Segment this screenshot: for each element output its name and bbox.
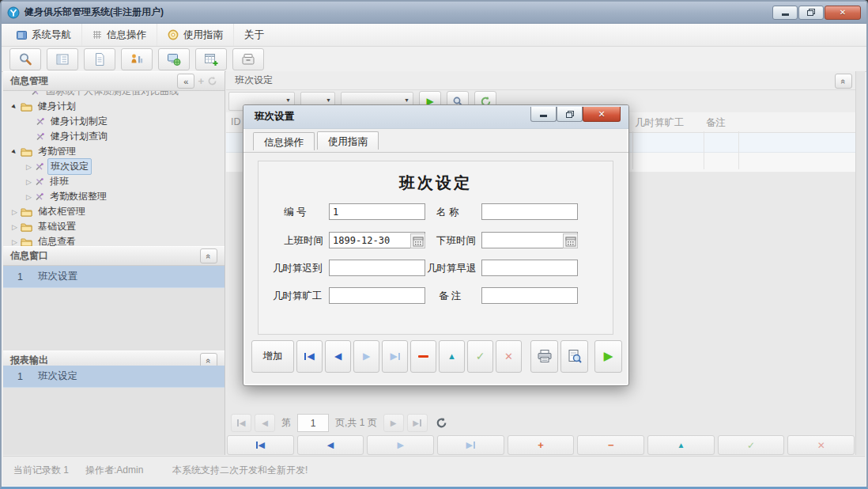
record-delete-button[interactable]: −	[577, 435, 644, 455]
tool-icon	[31, 91, 40, 97]
info-mgmt-panel-header: 信息管理 « +	[3, 71, 225, 91]
start-time-calendar-button[interactable]	[410, 233, 425, 248]
chevron-down-icon: ▼	[326, 97, 331, 103]
last-button[interactable]: ▶	[382, 340, 408, 373]
tree-folder-basic-settings[interactable]: ▷ 基础设置	[3, 219, 225, 234]
report-item[interactable]: 1 班次设定	[3, 366, 225, 388]
add-icon: +	[198, 75, 204, 87]
archive-icon	[241, 52, 255, 66]
record-prev-button[interactable]: ◀	[297, 435, 364, 455]
pagination-bar: ◀ ◀ 第 页,共 1 页 ▶ ▶	[226, 411, 447, 434]
next-record-icon: ▶	[397, 440, 403, 450]
page-refresh-button[interactable]	[436, 417, 447, 429]
save-button[interactable]: ✓	[467, 340, 493, 373]
first-button[interactable]: ◀	[296, 340, 323, 373]
tree-item-attendance-data[interactable]: ▷ 考勤数据整理	[3, 189, 225, 204]
menu-info-ops[interactable]: 信息操作	[82, 24, 157, 46]
record-edit-button[interactable]: ▲	[647, 435, 715, 455]
number-field[interactable]	[329, 203, 425, 220]
minimize-button[interactable]	[772, 6, 798, 20]
tree-item-plan-create[interactable]: 健身计划制定	[3, 114, 225, 129]
number-label: 编 号	[284, 206, 306, 219]
monitor-button[interactable]	[158, 48, 190, 70]
form-button[interactable]	[47, 48, 78, 70]
last-record-icon: ▶	[466, 440, 473, 450]
member-button[interactable]	[121, 48, 153, 70]
record-next-button[interactable]: ▶	[367, 435, 434, 455]
close-button[interactable]: ✕	[825, 6, 861, 20]
name-field[interactable]	[481, 203, 578, 220]
shift-settings-dialog: 班次设置 ✕ 信息操作 使用指南 班次设定 编 号 名 称 上班时间 下班时间 …	[243, 104, 629, 386]
tree-item-scheduling[interactable]: ▷ 排班	[3, 174, 225, 189]
sidebar-collapse-button[interactable]: «	[177, 74, 194, 89]
record-add-button[interactable]: +	[508, 435, 575, 455]
early-leave-field[interactable]	[481, 260, 578, 276]
table-add-button[interactable]	[195, 48, 227, 70]
collapse-up-icon: «	[839, 78, 848, 83]
archive-button[interactable]	[232, 48, 264, 70]
menu-about[interactable]: 关于	[234, 24, 274, 46]
dialog-close-button[interactable]: ✕	[583, 107, 621, 122]
info-window-collapse-button[interactable]: «	[200, 248, 217, 263]
late-field[interactable]	[329, 260, 425, 276]
tree-item-compare-curve[interactable]: 国标或个人体质测定值对比曲线	[3, 91, 225, 99]
dialog-minimize-button[interactable]	[530, 107, 557, 122]
page-number-input[interactable]	[297, 414, 329, 432]
page-first-button[interactable]: ◀	[231, 414, 251, 432]
delete-button[interactable]	[410, 340, 436, 373]
print-button[interactable]	[530, 340, 558, 373]
page-last-button[interactable]: ▶	[407, 414, 428, 432]
menu-bar: 系统导航 信息操作 使用指南 关于	[2, 24, 866, 47]
record-first-button[interactable]: ◀	[227, 435, 294, 455]
printer-icon	[537, 349, 553, 363]
column-header-id[interactable]: ID	[231, 116, 241, 127]
chevron-down-icon: ▼	[285, 97, 291, 103]
page-prev-button[interactable]: ◀	[255, 414, 275, 432]
tree-folder-fitness-plan[interactable]: ▸ 健身计划	[3, 99, 225, 114]
prev-button[interactable]: ◀	[325, 340, 351, 373]
close-icon: ✕	[598, 110, 605, 119]
scrollbar-track[interactable]	[855, 71, 865, 455]
tree-folder-info-view[interactable]: ▷ 信息查看	[3, 234, 225, 246]
tree-item-shift-setting[interactable]: ▷ 班次设定	[3, 159, 225, 174]
cancel-button[interactable]: ✕	[496, 340, 522, 373]
column-header-absent[interactable]: 几时算旷工	[635, 116, 685, 130]
prev-record-icon: ◀	[327, 440, 334, 450]
folder-icon	[21, 237, 32, 247]
status-message: 本系统支持二次开发和全新开发!	[172, 464, 308, 477]
dialog-restore-button[interactable]	[557, 107, 583, 122]
run-button[interactable]: ▶	[594, 340, 622, 373]
grid-cell-divider	[632, 131, 633, 169]
tree-item-plan-query[interactable]: 健身计划查询	[3, 129, 225, 144]
window-titlebar[interactable]: 健身俱乐部管理系统(非注册用户) ✕	[2, 2, 866, 24]
grid-cell-divider	[738, 131, 739, 169]
record-save-button[interactable]: ✓	[718, 435, 785, 455]
preview-button[interactable]	[560, 340, 588, 373]
absent-field[interactable]	[329, 287, 425, 304]
record-cancel-button[interactable]: ✕	[787, 435, 855, 455]
next-button[interactable]: ▶	[353, 340, 379, 373]
content-collapse-button[interactable]: «	[835, 74, 852, 89]
first-icon: ◀	[307, 351, 314, 362]
remark-label: 备 注	[439, 290, 461, 303]
page-label-suffix: 页,共 1 页	[335, 416, 377, 430]
tree-folder-locker[interactable]: ▷ 储衣柜管理	[3, 204, 225, 219]
record-last-button[interactable]: ▶	[437, 435, 504, 455]
window-title: 健身俱乐部管理系统(非注册用户)	[25, 6, 164, 19]
tab-guide[interactable]: 使用指南	[317, 131, 379, 150]
document-button[interactable]	[84, 48, 115, 70]
restore-button[interactable]	[798, 6, 824, 20]
tree-folder-attendance[interactable]: ▸ 考勤管理	[3, 144, 225, 159]
end-time-calendar-button[interactable]	[563, 233, 578, 248]
page-next-button[interactable]: ▶	[383, 414, 404, 432]
edit-button[interactable]: ▲	[439, 340, 465, 373]
info-window-item[interactable]: 1 班次设置	[3, 266, 225, 288]
menu-guide[interactable]: 使用指南	[157, 24, 234, 46]
first-record-icon: ◀	[259, 440, 265, 450]
search-button[interactable]	[9, 48, 41, 70]
remark-field[interactable]	[481, 287, 578, 304]
column-header-remark[interactable]: 备注	[706, 116, 726, 130]
menu-system-nav[interactable]: 系统导航	[6, 24, 82, 46]
tab-info-ops[interactable]: 信息操作	[253, 132, 315, 150]
add-button[interactable]: 增加	[251, 340, 294, 373]
